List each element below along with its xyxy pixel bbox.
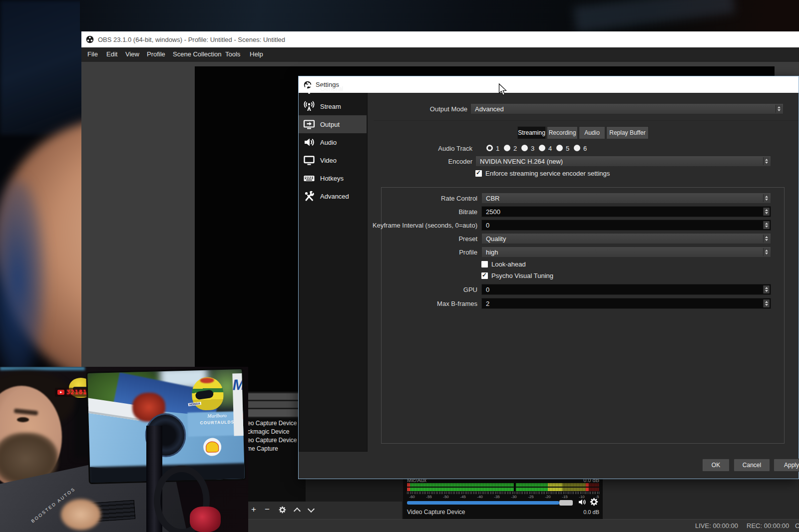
- meter-tick: -30: [511, 495, 517, 499]
- rate-control-label: Rate Control: [369, 195, 477, 202]
- profile-select[interactable]: high: [481, 247, 771, 258]
- number-spinner[interactable]: [763, 299, 770, 307]
- dropdown-spinner[interactable]: [763, 235, 770, 243]
- sidebar-item-general[interactable]: General: [299, 79, 367, 97]
- tab-replay-buffer[interactable]: Replay Buffer: [606, 126, 649, 139]
- obs-logo-icon: [86, 35, 94, 43]
- settings-sidebar: General Stream Output Audio: [299, 76, 368, 452]
- audio-track-radio-1[interactable]: [486, 145, 493, 151]
- sidebar-item-advanced[interactable]: Advanced: [299, 187, 367, 205]
- obs-titlebar[interactable]: OBS 23.1.0 (64-bit, windows) - Profile: …: [81, 31, 799, 47]
- status-cpu-clipped: C: [795, 522, 799, 530]
- sidebar-item-hotkeys[interactable]: Hotkeys: [299, 169, 367, 187]
- rate-control-select[interactable]: CBR: [481, 193, 771, 204]
- red-wheelbase-motor: [190, 507, 221, 532]
- menu-help[interactable]: Help: [250, 50, 263, 58]
- number-spinner[interactable]: [763, 221, 770, 229]
- bitrate-label: Bitrate: [369, 208, 477, 216]
- audio-mixer: Mic/Aux 0.0 dB -60 -55 -50 -45 -40 -35 -…: [403, 477, 604, 519]
- gpu-value: 0: [486, 286, 489, 293]
- meter-tick: -40: [477, 495, 483, 499]
- gpu-input[interactable]: 0: [481, 284, 771, 295]
- preset-value: Quality: [486, 235, 506, 243]
- dropdown-spinner[interactable]: [776, 105, 782, 113]
- volume-slider[interactable]: [407, 501, 559, 505]
- dropdown-spinner[interactable]: [763, 194, 770, 202]
- settings-titlebar[interactable]: Settings: [299, 76, 799, 93]
- monitor-icon: [303, 154, 316, 167]
- menu-profile[interactable]: Profile: [147, 50, 165, 58]
- tab-recording[interactable]: Recording: [547, 126, 578, 139]
- youtube-play-icon: [57, 390, 64, 395]
- move-source-up-icon[interactable]: [294, 508, 301, 515]
- status-live: LIVE: 00:00:00: [695, 522, 738, 530]
- audio-track-1-label: 1: [496, 145, 499, 152]
- menu-edit[interactable]: Edit: [106, 50, 117, 58]
- psycho-visual-tuning-checkbox[interactable]: Psycho Visual Tuning: [481, 272, 553, 279]
- menu-file[interactable]: File: [87, 50, 98, 58]
- menu-scene-collection[interactable]: Scene Collection: [173, 50, 222, 58]
- mixer-gear-icon[interactable]: [590, 498, 598, 508]
- cancel-button[interactable]: Cancel: [734, 459, 770, 472]
- sidebar-item-video[interactable]: Video: [299, 151, 367, 169]
- mixer-device-db: 0.0 dB: [583, 509, 599, 515]
- number-spinner[interactable]: [763, 208, 770, 216]
- subscriber-counter: 32181: [55, 388, 89, 397]
- enforce-encoder-settings-checkbox[interactable]: Enforce streaming service encoder settin…: [475, 170, 610, 177]
- audio-track-radio-5[interactable]: [556, 145, 563, 151]
- meter-ruler: [407, 492, 599, 494]
- tab-audio[interactable]: Audio: [579, 126, 605, 139]
- bitrate-input[interactable]: 2500: [481, 206, 771, 217]
- menu-view[interactable]: View: [125, 50, 139, 58]
- tab-streaming[interactable]: Streaming: [517, 126, 546, 139]
- screen: OBS 23.1.0 (64-bit, windows) - Profile: …: [0, 0, 799, 532]
- sidebar-item-output[interactable]: Output: [299, 115, 367, 133]
- source-properties-gear-icon[interactable]: [279, 506, 286, 516]
- number-spinner[interactable]: [763, 285, 770, 293]
- audio-track-3-label: 3: [531, 145, 534, 152]
- marlboro-m-letter: M: [231, 376, 246, 394]
- look-ahead-checkbox[interactable]: Look-ahead: [481, 261, 526, 268]
- apply-button[interactable]: Apply: [774, 459, 799, 472]
- psycho-visual-tuning-label: Psycho Visual Tuning: [491, 272, 553, 279]
- audio-track-radio-4[interactable]: [539, 145, 545, 151]
- window-title: OBS 23.1.0 (64-bit, windows) - Profile: …: [98, 36, 285, 43]
- keyboard-icon: [303, 172, 316, 185]
- preset-label: Preset: [369, 235, 477, 243]
- checkbox-checked[interactable]: [481, 272, 488, 279]
- output-mode-select[interactable]: Advanced: [470, 103, 784, 114]
- sim-monitor: HONDA Marlboro COURTAULDS M: [86, 368, 246, 484]
- encoder-label: Encoder: [369, 158, 472, 165]
- mixer-device-label: Video Capture Device: [407, 509, 465, 516]
- ok-button[interactable]: OK: [702, 459, 730, 472]
- move-source-down-icon[interactable]: [308, 506, 315, 513]
- audio-track-6-label: 6: [583, 145, 587, 152]
- preset-select[interactable]: Quality: [481, 233, 771, 244]
- sidebar-item-audio[interactable]: Audio: [299, 133, 367, 151]
- dropdown-spinner[interactable]: [763, 157, 770, 165]
- add-source-icon[interactable]: +: [251, 505, 256, 515]
- audio-track-4-label: 4: [548, 145, 552, 152]
- audio-track-radio-3[interactable]: [521, 145, 528, 151]
- audio-track-radio-2[interactable]: [504, 145, 510, 151]
- max-b-frames-value: 2: [486, 300, 489, 307]
- keyframe-interval-input[interactable]: 0: [481, 220, 771, 231]
- checkbox-unchecked[interactable]: [481, 261, 488, 267]
- tools-icon: [303, 190, 316, 203]
- encoder-select[interactable]: NVIDIA NVENC H.264 (new): [475, 156, 771, 167]
- audio-track-2-label: 2: [513, 145, 517, 152]
- audio-track-radio-6[interactable]: [574, 145, 580, 151]
- max-b-frames-input[interactable]: 2: [481, 298, 771, 309]
- menu-tools[interactable]: Tools: [225, 50, 240, 58]
- gear-icon: [303, 82, 316, 95]
- remove-source-icon[interactable]: −: [265, 505, 270, 515]
- checkbox-checked[interactable]: [475, 170, 482, 177]
- output-mode-label: Output Mode: [369, 105, 467, 113]
- sidebar-item-stream[interactable]: Stream: [299, 97, 367, 115]
- speaker-icon[interactable]: [577, 498, 586, 509]
- encoder-value: NVIDIA NVENC H.264 (new): [480, 158, 563, 165]
- volume-slider-handle[interactable]: [559, 500, 573, 506]
- dropdown-spinner[interactable]: [763, 248, 770, 256]
- enforce-encoder-settings-label: Enforce streaming service encoder settin…: [485, 170, 610, 177]
- speaker-icon: [303, 136, 316, 149]
